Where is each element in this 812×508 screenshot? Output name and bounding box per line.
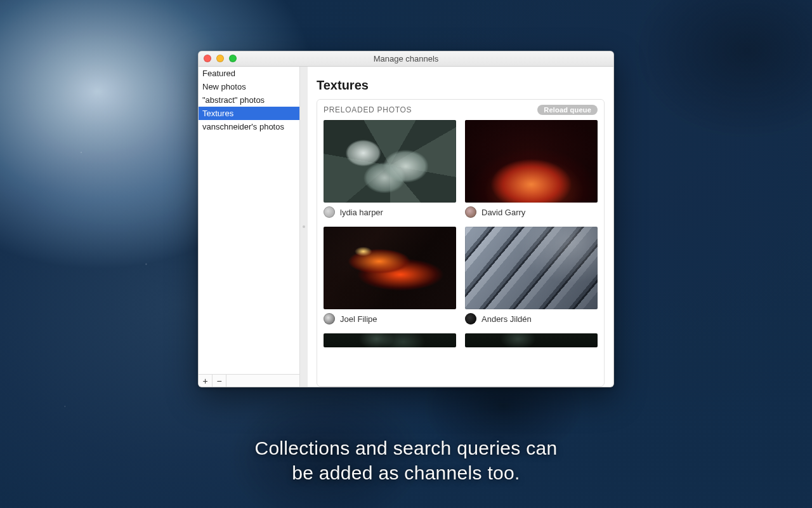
window-controls — [204, 55, 237, 62]
promo-caption: Collections and search queries can be ad… — [0, 436, 812, 485]
channel-item-abstract-photos[interactable]: "abstract" photos — [199, 93, 299, 107]
photo-card[interactable]: Joel Filipe — [324, 227, 456, 324]
reload-queue-label: Reload queue — [544, 106, 591, 114]
plus-icon: + — [202, 376, 207, 386]
photo-thumbnail[interactable] — [465, 120, 598, 203]
channel-item-label: vanschneider's photos — [202, 122, 284, 131]
channels-sidebar: Featured New photos "abstract" photos Te… — [199, 67, 300, 387]
channel-item-label: Featured — [202, 69, 235, 78]
channel-item-vanschneider[interactable]: vanschneider's photos — [199, 120, 299, 133]
author-avatar[interactable] — [324, 206, 335, 218]
window-content: Featured New photos "abstract" photos Te… — [199, 67, 613, 387]
photo-card[interactable]: lydia harper — [324, 120, 456, 218]
preloaded-photos-panel: PRELOADED PHOTOS Reload queue lydia harp… — [317, 99, 605, 387]
photo-card[interactable] — [465, 333, 598, 347]
close-window-button[interactable] — [204, 55, 211, 62]
channel-item-featured[interactable]: Featured — [199, 67, 299, 80]
photo-thumbnail[interactable] — [465, 227, 598, 309]
author-name: lydia harper — [340, 208, 383, 217]
channel-item-label: "abstract" photos — [202, 95, 265, 105]
channel-title: Textures — [317, 78, 605, 93]
author-avatar[interactable] — [465, 206, 476, 218]
photo-card[interactable]: Anders Jildén — [465, 227, 598, 324]
splitter-handle[interactable] — [300, 67, 308, 387]
photo-byline: David Garry — [465, 206, 598, 218]
channel-item-textures[interactable]: Textures — [199, 107, 299, 120]
manage-channels-window: Manage channels Featured New photos "abs… — [198, 51, 614, 387]
photo-thumbnail[interactable] — [324, 120, 456, 203]
photo-thumbnail[interactable] — [324, 227, 456, 309]
promo-line: Collections and search queries can — [0, 436, 812, 460]
author-avatar[interactable] — [465, 313, 476, 324]
panel-section-label: PRELOADED PHOTOS — [324, 105, 412, 114]
photo-byline: Anders Jildén — [465, 313, 598, 324]
author-name: Joel Filipe — [340, 314, 377, 324]
promo-line: be added as channels too. — [0, 461, 812, 485]
sidebar-footer: + − — [199, 374, 299, 387]
author-name: David Garry — [481, 208, 525, 217]
channel-item-label: Textures — [202, 109, 233, 118]
photo-thumbnail[interactable] — [465, 333, 598, 347]
remove-channel-button[interactable]: − — [213, 375, 226, 387]
channel-detail: Textures PRELOADED PHOTOS Reload queue l… — [308, 67, 613, 387]
minus-icon: − — [216, 376, 221, 386]
photo-card[interactable] — [324, 333, 456, 347]
panel-header: PRELOADED PHOTOS Reload queue — [317, 100, 604, 120]
channel-item-new-photos[interactable]: New photos — [199, 80, 299, 93]
photo-byline: Joel Filipe — [324, 313, 456, 324]
splitter-grip-icon — [303, 225, 305, 228]
author-avatar[interactable] — [324, 313, 335, 324]
window-title: Manage channels — [374, 54, 439, 64]
photo-byline: lydia harper — [324, 206, 456, 218]
zoom-window-button[interactable] — [229, 55, 237, 62]
photo-grid: lydia harper David Garry — [317, 120, 604, 354]
reload-queue-button[interactable]: Reload queue — [537, 105, 598, 115]
channel-list[interactable]: Featured New photos "abstract" photos Te… — [199, 67, 299, 374]
window-titlebar[interactable]: Manage channels — [199, 51, 613, 67]
photo-card[interactable]: David Garry — [465, 120, 598, 218]
minimize-window-button[interactable] — [216, 55, 224, 62]
add-channel-button[interactable]: + — [199, 375, 213, 387]
author-name: Anders Jildén — [481, 314, 532, 324]
channel-item-label: New photos — [202, 82, 246, 91]
photo-thumbnail[interactable] — [324, 333, 456, 347]
